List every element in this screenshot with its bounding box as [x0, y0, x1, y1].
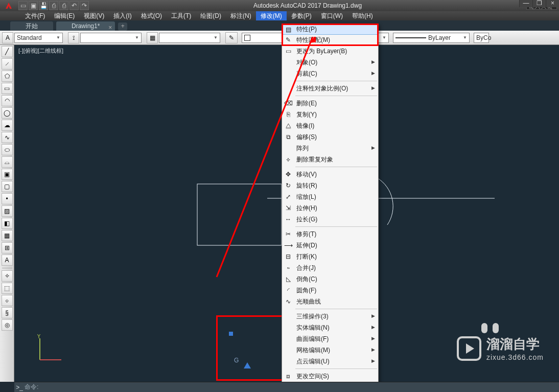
dimstyle-combo[interactable]: ▼ — [80, 33, 142, 43]
mdi-close-icon[interactable]: × — [546, 0, 559, 7]
menu-help[interactable]: 帮助(H) — [347, 11, 378, 20]
tool-3dpoly-icon[interactable]: ⟐ — [2, 295, 13, 306]
menu-dimension[interactable]: 标注(N) — [226, 11, 256, 20]
menu-edit[interactable]: 编辑(E) — [50, 11, 79, 20]
menu-item[interactable]: ✥移动(V) — [282, 169, 378, 180]
scale-icon: ⤢ — [284, 193, 292, 201]
tool-mtext-icon[interactable]: A — [2, 255, 13, 266]
qat-saveas-icon[interactable]: ⎙ — [49, 1, 58, 10]
submenu-arrow-icon: ▶ — [371, 71, 375, 76]
menu-item[interactable]: 点云编辑(U)▶ — [282, 356, 378, 367]
menu-item[interactable]: 阵列▶ — [282, 143, 378, 154]
tool-point-icon[interactable]: • — [2, 193, 13, 204]
menu-item[interactable]: ▭更改为 ByLayer(B) — [282, 45, 378, 57]
menu-item[interactable]: ◺倒角(C) — [282, 273, 378, 285]
tool-hatch-icon[interactable]: ▨ — [2, 205, 13, 217]
tool-helix-icon[interactable]: § — [2, 307, 13, 318]
menu-item[interactable]: ⤢缩放(L) — [282, 191, 378, 202]
tool-line-icon[interactable]: ╱ — [2, 46, 13, 57]
mdi-restore-icon[interactable]: ❐ — [532, 0, 546, 7]
tool-block-icon[interactable]: ▢ — [2, 181, 13, 192]
submenu-arrow-icon: ▶ — [371, 325, 375, 330]
mirror-icon: ⧋ — [284, 122, 292, 130]
qat-plot-icon[interactable]: ⎙ — [59, 1, 68, 10]
qat-redo-icon[interactable]: ↷ — [80, 1, 89, 10]
qat-open-icon[interactable]: ▣ — [29, 1, 38, 10]
menu-item[interactable]: ⎘复制(Y) — [282, 109, 378, 120]
menu-item[interactable]: ⇲拉伸(H) — [282, 202, 378, 214]
menu-item[interactable]: ⧋镜像(I) — [282, 120, 378, 131]
menu-item[interactable]: ✂修剪(T) — [282, 228, 378, 240]
submenu-arrow-icon: ▶ — [371, 358, 375, 363]
menu-item[interactable]: ⌫删除(E) — [282, 98, 378, 109]
tool-pline-icon[interactable]: ⟋ — [2, 58, 13, 70]
tool-addselected-icon[interactable]: ✧ — [2, 270, 13, 282]
menu-item[interactable]: ⟡删除重复对象 — [282, 154, 378, 165]
menu-item-label: 移动(V) — [296, 170, 317, 179]
menu-item[interactable]: ⧉偏移(S) — [282, 131, 378, 143]
menu-draw[interactable]: 绘图(D) — [196, 11, 226, 20]
menu-tools[interactable]: 工具(T) — [167, 11, 196, 20]
menu-item[interactable]: 剪裁(C)▶ — [282, 68, 378, 79]
watermark-url: zixue.3d66.com — [486, 353, 544, 361]
tool-gradient-icon[interactable]: ◧ — [2, 218, 13, 229]
menu-item[interactable]: ∿光顺曲线 — [282, 296, 378, 307]
menu-item-label: 光顺曲线 — [296, 297, 321, 306]
plotstyle-combo[interactable]: ByCo — [474, 33, 489, 43]
menu-view[interactable]: 视图(V) — [79, 11, 109, 20]
tool-table-icon[interactable]: ⊞ — [2, 242, 13, 253]
menu-format[interactable]: 格式(O) — [136, 11, 167, 20]
tab-add-button[interactable]: + — [118, 22, 127, 31]
tool-arc-icon[interactable]: ◠ — [2, 95, 13, 106]
menu-item[interactable]: 注释性对象比例(O)▶ — [282, 83, 378, 94]
mdi-minimize-icon[interactable]: — — [519, 0, 532, 7]
menu-item[interactable]: 对象(O)▶ — [282, 57, 378, 68]
menu-item[interactable]: ⧜合并(J) — [282, 262, 378, 273]
tab-start[interactable]: 开始 — [10, 21, 53, 31]
menu-modify[interactable]: 修改(M) — [256, 11, 287, 20]
tool-spline-icon[interactable]: ∿ — [2, 132, 13, 143]
menu-item[interactable]: 实体编辑(N)▶ — [282, 322, 378, 333]
menu-item[interactable]: ✎特性匹配(M) — [282, 34, 378, 45]
tablestyle-icon[interactable]: ▦ — [147, 32, 158, 43]
fillet-icon: ◜ — [284, 286, 292, 294]
textstyle-combo[interactable]: Standard▼ — [14, 33, 63, 43]
tool-circle-icon[interactable]: ◯ — [2, 107, 13, 119]
menu-insert[interactable]: 插入(I) — [109, 11, 136, 20]
command-bar[interactable]: >_ 命令: — [14, 382, 559, 392]
textstyle-icon[interactable]: A — [2, 32, 13, 43]
menu-item[interactable]: ⧈更改空间(S) — [282, 371, 378, 382]
tool-polygon-icon[interactable]: ⬠ — [2, 71, 13, 82]
tool-rectangle-icon[interactable]: ▭ — [2, 83, 13, 94]
app-logo[interactable] — [0, 0, 17, 11]
brush-icon[interactable]: ✎ — [225, 32, 238, 43]
menu-item[interactable]: ⊟打断(K) — [282, 251, 378, 262]
tab-drawing1[interactable]: Drawing1* × — [56, 21, 115, 31]
menu-item[interactable]: ▤特性(P) — [282, 24, 379, 35]
menu-item[interactable]: ↻旋转(R) — [282, 180, 378, 191]
dimstyle-icon[interactable]: ⟟ — [68, 32, 79, 43]
menu-item[interactable]: ⟶延伸(D) — [282, 240, 378, 251]
tool-insert-icon[interactable]: ▣ — [2, 169, 13, 180]
menu-item[interactable]: 网格编辑(M)▶ — [282, 344, 378, 356]
menu-item[interactable]: ◜圆角(F) — [282, 285, 378, 296]
menu-parametric[interactable]: 参数(P) — [287, 11, 316, 20]
tool-ellipse-icon[interactable]: ⬭ — [2, 144, 13, 155]
menu-item-label: 注释性对象比例(O) — [296, 84, 348, 93]
tool-donut-icon[interactable]: ◎ — [2, 319, 13, 331]
tool-wipeout-icon[interactable]: ⬚ — [2, 283, 13, 294]
tablestyle-combo[interactable]: ▼ — [159, 33, 220, 43]
tool-revcloud-icon[interactable]: ☁ — [2, 120, 13, 131]
menu-item[interactable]: ↔拉长(G) — [282, 214, 378, 225]
menu-file[interactable]: 文件(F) — [20, 11, 50, 20]
menu-item[interactable]: 三维操作(3)▶ — [282, 311, 378, 322]
tool-ellipsearc-icon[interactable]: ⌓ — [2, 156, 13, 168]
qat-undo-icon[interactable]: ↶ — [69, 1, 79, 10]
tool-region-icon[interactable]: ▦ — [2, 230, 13, 241]
lineweight-combo[interactable]: ByLayer▼ — [393, 33, 470, 43]
qat-save-icon[interactable]: 💾 — [39, 1, 48, 10]
menu-window[interactable]: 窗口(W) — [316, 11, 347, 20]
menu-item[interactable]: 曲面编辑(F)▶ — [282, 333, 378, 344]
qat-new-icon[interactable]: ▭ — [18, 1, 28, 10]
tab-close-icon[interactable]: × — [108, 23, 112, 32]
